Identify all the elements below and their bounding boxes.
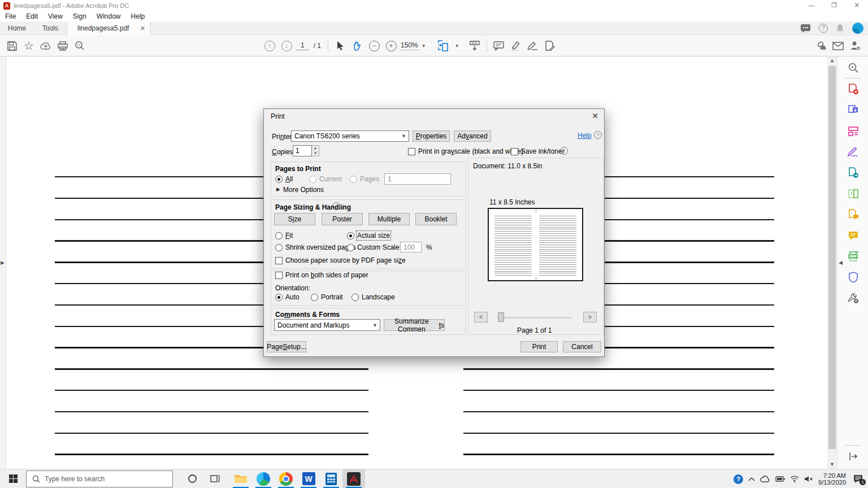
person-add-icon[interactable]: [847, 37, 863, 54]
notifications-bell-icon[interactable]: [836, 24, 844, 33]
booklet-button[interactable]: Booklet: [415, 213, 457, 225]
pages-range-input[interactable]: 1: [384, 173, 451, 185]
vertical-scrollbar[interactable]: ▲ ▼: [827, 56, 837, 469]
zoom-caret-icon[interactable]: ▼: [422, 43, 426, 49]
scroll-up-icon[interactable]: ▲: [827, 56, 837, 65]
fill-sign-tool-icon[interactable]: [524, 37, 541, 54]
hand-tool-icon[interactable]: [349, 37, 366, 54]
grayscale-checkbox[interactable]: Print in grayscale (black and white): [408, 147, 523, 155]
properties-button[interactable]: Properties: [413, 130, 450, 142]
account-avatar[interactable]: [852, 23, 863, 34]
taskbar-calculator[interactable]: [320, 469, 342, 488]
restore-button[interactable]: ❐: [823, 0, 845, 11]
actual-size-radio[interactable]: Actual size: [347, 232, 390, 239]
minimize-button[interactable]: —: [800, 0, 823, 11]
preview-next-button[interactable]: >: [583, 312, 597, 323]
share-cloud-icon[interactable]: [37, 37, 54, 54]
tab-close-icon[interactable]: ✕: [140, 21, 145, 35]
orientation-auto-radio[interactable]: Auto: [275, 293, 300, 301]
help-icon[interactable]: ?: [819, 24, 828, 33]
pages-current-radio-dot[interactable]: [309, 176, 316, 183]
multiple-button[interactable]: Multiple: [368, 213, 410, 225]
create-pdf-icon[interactable]: [847, 83, 860, 95]
left-panel-collapsed[interactable]: ▶: [0, 56, 6, 469]
paper-source-checkbox-box[interactable]: [275, 257, 283, 264]
preview-slider-track[interactable]: [499, 317, 571, 319]
request-signatures-icon[interactable]: [847, 208, 860, 221]
zoom-in-icon[interactable]: +: [383, 37, 400, 54]
scrolling-mode-icon[interactable]: [466, 37, 483, 54]
tab-tools[interactable]: Tools: [34, 21, 67, 35]
page-number-input[interactable]: 1: [296, 41, 309, 50]
summarize-comments-button[interactable]: Summarize Comments: [384, 319, 445, 331]
export-pdf-icon[interactable]: [847, 104, 860, 116]
email-icon[interactable]: [830, 37, 847, 54]
menu-sign[interactable]: Sign: [68, 12, 92, 20]
menu-file[interactable]: File: [0, 12, 21, 20]
highlight-tool-icon[interactable]: [507, 37, 524, 54]
taskbar-file-explorer[interactable]: [229, 469, 252, 488]
fill-sign-icon[interactable]: [847, 146, 860, 158]
cancel-button[interactable]: Cancel: [563, 341, 601, 352]
search-tool-icon[interactable]: [847, 62, 860, 74]
more-options-arrow-icon[interactable]: ▶: [276, 186, 280, 192]
tab-home[interactable]: Home: [0, 21, 34, 35]
orientation-landscape-radio[interactable]: Landscape: [351, 293, 395, 301]
print-button[interactable]: Print: [520, 341, 558, 352]
task-view-button[interactable]: [203, 469, 226, 488]
taskbar-search[interactable]: Type here to search: [26, 470, 173, 487]
poster-button[interactable]: Poster: [322, 213, 363, 225]
pages-all-radio[interactable]: All: [275, 175, 293, 183]
marquee-zoom-icon[interactable]: [71, 37, 88, 54]
size-button[interactable]: Size: [274, 213, 315, 225]
select-tool-icon[interactable]: [332, 37, 349, 54]
protect-icon[interactable]: [847, 271, 860, 284]
tray-help-icon[interactable]: ?: [734, 474, 743, 484]
taskbar-clock[interactable]: 7:20 AM 9/13/2020: [818, 472, 846, 486]
menu-help[interactable]: Help: [126, 12, 150, 20]
more-options-link[interactable]: More Options: [283, 186, 324, 194]
previous-page-icon[interactable]: ↑: [261, 37, 278, 54]
edit-pdf-icon[interactable]: [847, 125, 860, 137]
zoom-out-icon[interactable]: −: [366, 37, 383, 54]
start-button[interactable]: [0, 469, 26, 488]
save-ink-checkbox[interactable]: Save ink/toner: [511, 147, 565, 155]
fit-width-icon[interactable]: [436, 37, 453, 54]
shrink-radio-dot[interactable]: [275, 244, 283, 251]
taskbar-word[interactable]: W: [297, 469, 320, 488]
print-dialog-titlebar[interactable]: Print ✕: [264, 109, 604, 124]
copies-value[interactable]: 1: [293, 145, 312, 156]
orientation-portrait-radio[interactable]: Portrait: [311, 293, 343, 301]
help-question-icon[interactable]: ?: [594, 131, 602, 139]
orientation-portrait-dot[interactable]: [311, 294, 318, 301]
battery-icon[interactable]: [775, 476, 785, 482]
fit-caret-icon[interactable]: ▼: [455, 43, 459, 49]
save-ink-info-icon[interactable]: i: [560, 147, 568, 155]
preview-slider-thumb[interactable]: [498, 312, 504, 322]
star-icon[interactable]: ☆: [20, 37, 37, 54]
print-dialog-close-icon[interactable]: ✕: [592, 111, 598, 120]
more-tools-icon[interactable]: [847, 292, 860, 304]
custom-scale-radio-dot[interactable]: [347, 244, 354, 251]
print-icon[interactable]: [54, 37, 71, 54]
scrollbar-thumb[interactable]: [828, 66, 836, 449]
link-share-icon[interactable]: [813, 37, 830, 54]
comment-icon[interactable]: [847, 229, 860, 242]
copies-up-icon[interactable]: ▲: [312, 146, 319, 151]
tab-document[interactable]: linedpagesa5.pdf ✕: [67, 21, 150, 35]
scroll-down-icon[interactable]: ▼: [827, 460, 837, 469]
custom-scale-input[interactable]: 100: [400, 242, 422, 252]
save-ink-checkbox-box[interactable]: [511, 148, 518, 155]
tray-hidden-icons[interactable]: [748, 477, 755, 481]
custom-scale-radio[interactable]: Custom Scale:: [347, 243, 401, 251]
help-link[interactable]: Help: [578, 132, 592, 140]
pages-all-radio-dot[interactable]: [275, 176, 283, 183]
send-file-icon[interactable]: [847, 167, 860, 179]
pages-range-radio-dot[interactable]: [350, 176, 357, 183]
menu-view[interactable]: View: [43, 12, 68, 20]
next-page-icon[interactable]: ↓: [278, 37, 295, 54]
printer-dropdown[interactable]: Canon TS6200 series ▼: [291, 130, 409, 142]
onedrive-icon[interactable]: [760, 476, 770, 482]
collapse-right-panel-icon[interactable]: ◀: [839, 260, 843, 265]
action-center-button[interactable]: 1: [853, 474, 863, 483]
